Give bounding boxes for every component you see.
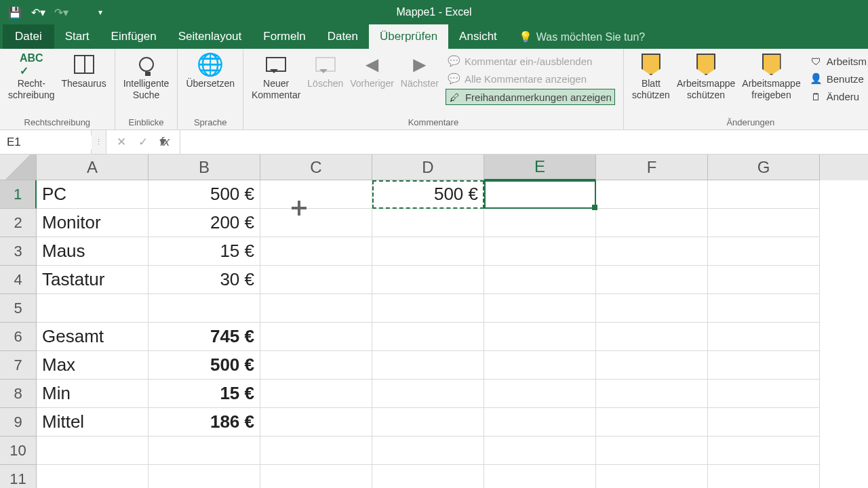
cell-F1[interactable] <box>596 180 708 209</box>
cell-B7[interactable]: 500 € <box>149 351 260 380</box>
protect-workbook-button[interactable]: Arbeitsmappe schützen <box>674 51 738 102</box>
cell-A2[interactable]: Monitor <box>37 209 149 237</box>
cell-B11[interactable] <box>149 465 260 488</box>
cell-D8[interactable] <box>372 380 484 408</box>
cell-D5[interactable] <box>372 294 484 323</box>
cell-C11[interactable] <box>260 465 372 488</box>
cell-E11[interactable] <box>484 465 596 488</box>
cell-C9[interactable] <box>260 408 372 436</box>
cell-D1[interactable]: 500 € <box>372 180 484 209</box>
formula-input[interactable] <box>180 130 868 154</box>
cell-G3[interactable] <box>708 237 820 266</box>
cell-C2[interactable] <box>260 209 372 237</box>
cell-E8[interactable] <box>484 380 596 408</box>
cell-D9[interactable] <box>372 408 484 436</box>
tab-ueberpruefen[interactable]: Überprüfen <box>369 24 448 49</box>
cell-F8[interactable] <box>596 380 708 408</box>
track-changes-button[interactable]: 🗒 Änderu <box>808 89 868 104</box>
cell-B2[interactable]: 200 € <box>149 209 260 237</box>
column-header-B[interactable]: B <box>149 155 260 180</box>
thesaurus-button[interactable]: Thesaurus <box>59 51 109 91</box>
cell-A6[interactable]: Gesamt <box>37 323 149 351</box>
row-header-2[interactable]: 2 <box>0 209 37 237</box>
cell-A8[interactable]: Min <box>37 380 149 408</box>
cell-G1[interactable] <box>708 180 820 209</box>
cell-G7[interactable] <box>708 351 820 380</box>
cell-B6[interactable]: 745 € <box>149 323 260 351</box>
qat-customize-icon[interactable]: ▾ <box>94 5 107 19</box>
cell-F3[interactable] <box>596 237 708 266</box>
redo-icon[interactable]: ↷▾ <box>54 5 68 19</box>
cell-D3[interactable] <box>372 237 484 266</box>
row-header-8[interactable]: 8 <box>0 380 37 408</box>
column-header-E[interactable]: E <box>484 155 596 180</box>
allow-users-button[interactable]: 👤 Benutze <box>808 71 868 86</box>
cell-B1[interactable]: 500 € <box>149 180 260 209</box>
cell-C8[interactable] <box>260 380 372 408</box>
column-header-F[interactable]: F <box>596 155 708 180</box>
smart-lookup-button[interactable]: Intelligente Suche <box>121 51 172 102</box>
cell-G9[interactable] <box>708 408 820 436</box>
row-header-1[interactable]: 1 <box>0 180 37 209</box>
row-header-11[interactable]: 11 <box>0 465 37 488</box>
save-icon[interactable]: 💾 <box>8 5 22 19</box>
tab-start[interactable]: Start <box>54 24 100 49</box>
cell-A5[interactable] <box>37 294 149 323</box>
cell-G10[interactable] <box>708 436 820 465</box>
row-header-10[interactable]: 10 <box>0 436 37 465</box>
cell-B9[interactable]: 186 € <box>149 408 260 436</box>
tab-einfuegen[interactable]: Einfügen <box>100 24 167 49</box>
cell-F2[interactable] <box>596 209 708 237</box>
cell-F6[interactable] <box>596 323 708 351</box>
show-ink-button[interactable]: 🖊 Freihandanmerkungen anzeigen <box>446 89 615 105</box>
cell-E4[interactable] <box>484 266 596 294</box>
cell-A11[interactable] <box>37 465 149 488</box>
row-header-4[interactable]: 4 <box>0 266 37 294</box>
cell-C7[interactable] <box>260 351 372 380</box>
cell-B4[interactable]: 30 € <box>149 266 260 294</box>
select-all-triangle[interactable] <box>0 155 37 180</box>
column-header-G[interactable]: G <box>708 155 820 180</box>
cell-D7[interactable] <box>372 351 484 380</box>
column-header-C[interactable]: C <box>260 155 372 180</box>
cell-F7[interactable] <box>596 351 708 380</box>
row-header-7[interactable]: 7 <box>0 351 37 380</box>
cell-D6[interactable] <box>372 323 484 351</box>
cell-E9[interactable] <box>484 408 596 436</box>
cell-E2[interactable] <box>484 209 596 237</box>
new-comment-button[interactable]: Neuer Kommentar <box>249 51 303 102</box>
cell-B10[interactable] <box>149 436 260 465</box>
cell-A7[interactable]: Max <box>37 351 149 380</box>
undo-icon[interactable]: ↶▾ <box>31 5 45 19</box>
row-header-6[interactable]: 6 <box>0 323 37 351</box>
cell-B3[interactable]: 15 € <box>149 237 260 266</box>
cell-D2[interactable] <box>372 209 484 237</box>
fx-icon[interactable]: fx <box>157 135 173 149</box>
cell-E10[interactable] <box>484 436 596 465</box>
share-workbook-button[interactable]: Arbeitsmappe freigeben <box>739 51 803 102</box>
formula-bar-splitter[interactable]: ⋮ <box>92 130 106 154</box>
cell-D10[interactable] <box>372 436 484 465</box>
cell-E5[interactable] <box>484 294 596 323</box>
cell-A1[interactable]: PC <box>37 180 149 209</box>
cell-F10[interactable] <box>596 436 708 465</box>
tab-ansicht[interactable]: Ansicht <box>448 24 508 49</box>
cell-F9[interactable] <box>596 408 708 436</box>
cell-B5[interactable] <box>149 294 260 323</box>
tell-me-search[interactable]: 💡 Was möchten Sie tun? <box>508 25 656 49</box>
cell-C3[interactable] <box>260 237 372 266</box>
cell-C10[interactable] <box>260 436 372 465</box>
cell-F5[interactable] <box>596 294 708 323</box>
cell-B8[interactable]: 15 € <box>149 380 260 408</box>
tab-formeln[interactable]: Formeln <box>252 24 316 49</box>
column-header-D[interactable]: D <box>372 155 484 180</box>
cell-C5[interactable] <box>260 294 372 323</box>
cell-G4[interactable] <box>708 266 820 294</box>
cell-F4[interactable] <box>596 266 708 294</box>
cell-F11[interactable] <box>596 465 708 488</box>
cell-C6[interactable] <box>260 323 372 351</box>
cell-A4[interactable]: Tastatur <box>37 266 149 294</box>
cell-A9[interactable]: Mittel <box>37 408 149 436</box>
protect-share-button[interactable]: 🛡 Arbeitsm <box>808 54 868 68</box>
row-header-3[interactable]: 3 <box>0 237 37 266</box>
